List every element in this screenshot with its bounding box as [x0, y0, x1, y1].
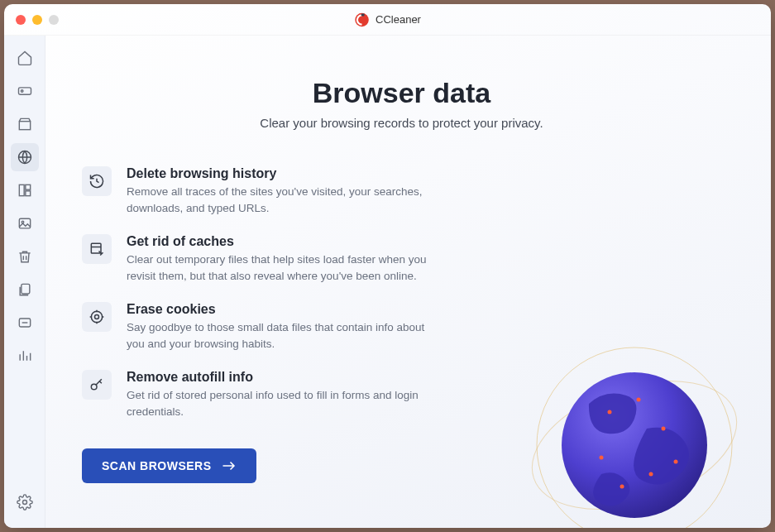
image-icon	[17, 215, 33, 232]
svg-rect-4	[19, 122, 30, 130]
svg-point-15	[91, 312, 102, 323]
sidebar-item-settings[interactable]	[11, 488, 39, 516]
svg-point-22	[637, 398, 641, 402]
cache-icon	[82, 234, 112, 264]
globe-illustration	[523, 321, 746, 528]
svg-point-3	[21, 90, 23, 93]
features-list: Delete browsing history Remove all trace…	[82, 166, 462, 483]
sidebar-item-browser[interactable]	[11, 143, 39, 171]
svg-point-18	[537, 347, 732, 528]
trash-icon	[17, 248, 33, 265]
key-icon	[82, 370, 112, 400]
feature-title: Remove autofill info	[127, 370, 433, 385]
app-window: CCleaner	[4, 4, 771, 528]
feature-history: Delete browsing history Remove all trace…	[82, 166, 462, 216]
globe-icon	[17, 149, 33, 165]
svg-rect-8	[25, 191, 30, 196]
feature-title: Delete browsing history	[127, 166, 433, 181]
feature-title: Erase cookies	[127, 302, 433, 317]
app-title: CCleaner	[376, 13, 421, 26]
svg-point-20	[562, 372, 707, 518]
box-icon	[17, 116, 33, 132]
hero: Browser data Clear your browsing records…	[82, 77, 721, 130]
window-controls	[4, 15, 59, 25]
sidebar-item-duplicates[interactable]	[11, 276, 39, 304]
feature-autofill: Remove autofill info Get rid of stored p…	[82, 370, 462, 419]
main-content: Browser data Clear your browsing records…	[45, 36, 771, 528]
svg-point-25	[649, 472, 653, 477]
drive-icon	[17, 83, 33, 99]
feature-cookies: Erase cookies Say goodbye to those small…	[82, 302, 462, 352]
page-title: Browser data	[82, 77, 721, 109]
sidebar-item-drive[interactable]	[11, 77, 39, 105]
maximize-window-button[interactable]	[49, 15, 59, 25]
target-icon	[82, 302, 112, 332]
cta-label: SCAN BROWSERS	[102, 459, 212, 472]
svg-point-26	[674, 460, 678, 464]
sidebar-item-home[interactable]	[11, 44, 39, 72]
sidebar-item-clutter[interactable]	[11, 110, 39, 138]
svg-rect-7	[25, 185, 30, 189]
svg-point-19	[523, 357, 746, 528]
sidebar-item-large-files[interactable]	[11, 209, 39, 237]
svg-point-13	[22, 501, 26, 505]
close-window-button[interactable]	[16, 15, 26, 25]
sidebar-item-trash[interactable]	[11, 242, 39, 271]
uninstall-icon	[17, 314, 33, 331]
ccleaner-app-icon	[354, 12, 369, 27]
svg-point-16	[95, 315, 99, 319]
minimize-window-button[interactable]	[32, 15, 42, 25]
duplicates-icon	[17, 281, 33, 298]
sidebar	[4, 36, 45, 528]
titlebar: CCleaner	[4, 4, 771, 36]
sidebar-item-analyzer[interactable]	[11, 342, 39, 370]
history-icon	[82, 166, 112, 196]
chart-icon	[17, 347, 33, 364]
feature-desc: Remove all traces of the sites you've vi…	[127, 184, 433, 216]
svg-point-21	[608, 410, 612, 415]
home-icon	[17, 50, 33, 66]
svg-rect-6	[19, 185, 24, 195]
svg-point-27	[620, 485, 624, 489]
feature-desc: Clear out temporary files that help site…	[127, 252, 433, 284]
svg-point-24	[600, 456, 604, 460]
sidebar-item-apps[interactable]	[11, 176, 39, 204]
feature-title: Get rid of caches	[127, 234, 433, 249]
sidebar-item-uninstall[interactable]	[11, 309, 39, 337]
gear-icon	[17, 494, 33, 510]
svg-rect-9	[19, 218, 30, 228]
svg-rect-11	[21, 284, 29, 294]
feature-caches: Get rid of caches Clear out temporary fi…	[82, 234, 462, 284]
arrow-right-icon	[222, 460, 237, 472]
apps-icon	[17, 182, 33, 199]
body: Browser data Clear your browsing records…	[4, 36, 771, 528]
svg-rect-1	[361, 13, 364, 16]
scan-browsers-button[interactable]: SCAN BROWSERS	[82, 448, 256, 483]
svg-point-17	[91, 385, 97, 391]
feature-desc: Say goodbye to those small data files th…	[127, 319, 433, 352]
title-center: CCleaner	[354, 12, 421, 27]
page-subtitle: Clear your browsing records to protect y…	[82, 116, 721, 130]
svg-point-23	[662, 427, 666, 431]
feature-desc: Get rid of stored personal info used to …	[127, 387, 433, 419]
